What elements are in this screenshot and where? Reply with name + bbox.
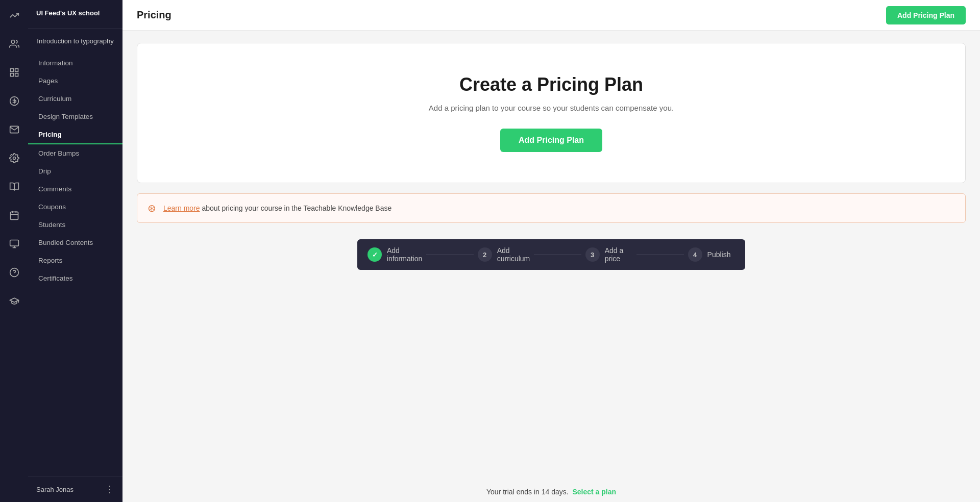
add-pricing-plan-button-center[interactable]: Add Pricing Plan (500, 129, 602, 152)
learn-more-link[interactable]: Learn more (163, 204, 200, 212)
progress-steps: ✓Add information2Add curriculum3Add a pr… (357, 239, 745, 270)
info-circle-icon: ⊛ (148, 202, 156, 214)
sidebar-item-certificates[interactable]: Certificates (28, 269, 122, 287)
content-area: Create a Pricing Plan Add a pricing plan… (122, 31, 980, 482)
add-pricing-plan-button-top[interactable]: Add Pricing Plan (886, 6, 966, 24)
icon-rail (0, 0, 28, 502)
sidebar-item-reports[interactable]: Reports (28, 252, 122, 269)
svg-point-0 (11, 40, 15, 44)
step-number-add-curriculum: 2 (478, 247, 492, 262)
svg-rect-1 (10, 69, 13, 72)
step-number-add-information: ✓ (368, 247, 382, 262)
sidebar: UI Feed's UX school Introduction to typo… (28, 0, 122, 502)
sidebar-item-drip[interactable]: Drip (28, 162, 122, 180)
sidebar-item-curriculum[interactable]: Curriculum (28, 90, 122, 108)
trial-bar: Your trial ends in 14 days. Select a pla… (122, 482, 980, 502)
svg-rect-3 (10, 73, 13, 77)
pricing-card-subtitle: Add a pricing plan to your course so you… (148, 104, 955, 112)
step-number-add-price: 3 (585, 247, 600, 262)
step-label-add-curriculum: Add curriculum (497, 246, 530, 263)
help-icon[interactable] (7, 265, 21, 280)
sidebar-item-comments[interactable]: Comments (28, 180, 122, 198)
step-label-publish: Publish (707, 250, 731, 259)
dollar-icon[interactable] (7, 94, 21, 108)
info-box: ⊛ Learn more about pricing your course i… (137, 193, 966, 223)
info-box-text: Learn more about pricing your course in … (163, 204, 391, 212)
sidebar-item-coupons[interactable]: Coupons (28, 198, 122, 216)
step-divider (426, 255, 473, 255)
step-label-add-price: Add a price (605, 246, 632, 263)
user-name: Sarah Jonas (36, 486, 74, 493)
sidebar-item-order-bumps[interactable]: Order Bumps (28, 144, 122, 162)
step-divider (636, 255, 683, 255)
mail-icon[interactable] (7, 122, 21, 137)
step-number-publish: 4 (688, 247, 702, 262)
users-icon[interactable] (7, 37, 21, 51)
sidebar-item-design-templates[interactable]: Design Templates (28, 108, 122, 126)
svg-rect-7 (10, 212, 18, 219)
gear-icon[interactable] (7, 151, 21, 165)
pricing-card: Create a Pricing Plan Add a pricing plan… (137, 43, 966, 183)
progress-step-publish[interactable]: 4Publish (688, 247, 735, 262)
sidebar-header: UI Feed's UX school (28, 0, 122, 29)
step-label-add-information: Add information (387, 246, 422, 263)
step-divider (534, 255, 581, 255)
page-title: Pricing (137, 9, 172, 21)
sidebar-item-information[interactable]: Information (28, 54, 122, 72)
trial-text: Your trial ends in 14 days. (486, 488, 569, 496)
sidebar-item-bundled-contents[interactable]: Bundled Contents (28, 234, 122, 252)
dashboard-icon[interactable] (7, 65, 21, 80)
progress-step-add-information[interactable]: ✓Add information (368, 246, 422, 263)
pricing-card-title: Create a Pricing Plan (148, 74, 955, 95)
graduation-icon[interactable] (7, 294, 21, 308)
sidebar-nav: InformationPagesCurriculumDesign Templat… (28, 50, 122, 476)
info-box-rest-text: about pricing your course in the Teachab… (200, 204, 392, 212)
svg-rect-11 (10, 240, 18, 246)
select-plan-link[interactable]: Select a plan (572, 488, 616, 496)
progress-step-add-curriculum[interactable]: 2Add curriculum (478, 246, 530, 263)
sidebar-item-students[interactable]: Students (28, 216, 122, 234)
analytics-icon[interactable] (7, 237, 21, 251)
trend-icon[interactable] (7, 8, 21, 22)
svg-rect-4 (15, 73, 18, 77)
library-icon[interactable] (7, 180, 21, 194)
sidebar-item-pricing[interactable]: Pricing (28, 126, 122, 144)
school-name: UI Feed's UX school (36, 9, 114, 18)
calendar-icon[interactable] (7, 208, 21, 222)
top-header: Pricing Add Pricing Plan (122, 0, 980, 31)
sidebar-footer: Sarah Jonas ⋮ (28, 476, 122, 502)
course-title[interactable]: Introduction to typography (28, 29, 122, 50)
sidebar-item-pages[interactable]: Pages (28, 72, 122, 90)
svg-point-6 (13, 157, 15, 160)
main-content: Pricing Add Pricing Plan Create a Pricin… (122, 0, 980, 502)
menu-dots-icon[interactable]: ⋮ (105, 484, 114, 495)
progress-step-add-price[interactable]: 3Add a price (585, 246, 632, 263)
svg-rect-2 (15, 69, 18, 72)
